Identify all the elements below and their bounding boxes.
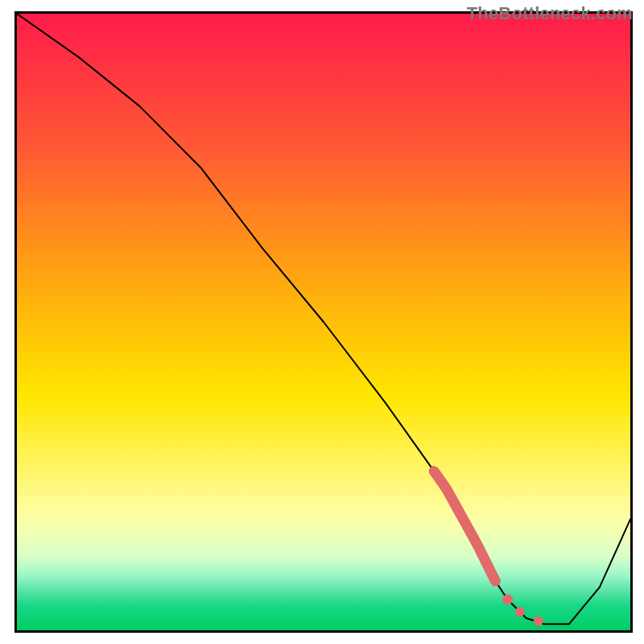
watermark-label: TheBottleneck.com — [467, 3, 633, 24]
marker-point — [534, 617, 543, 626]
highlight-segment — [434, 471, 495, 580]
plot-area — [14, 11, 633, 633]
bottleneck-chart: TheBottleneck.com — [0, 0, 644, 644]
bottleneck-curve-path — [17, 14, 630, 624]
marker-point — [502, 594, 513, 605]
marker-points-group — [502, 594, 543, 625]
marker-point — [515, 607, 525, 617]
series-layer — [17, 14, 630, 630]
